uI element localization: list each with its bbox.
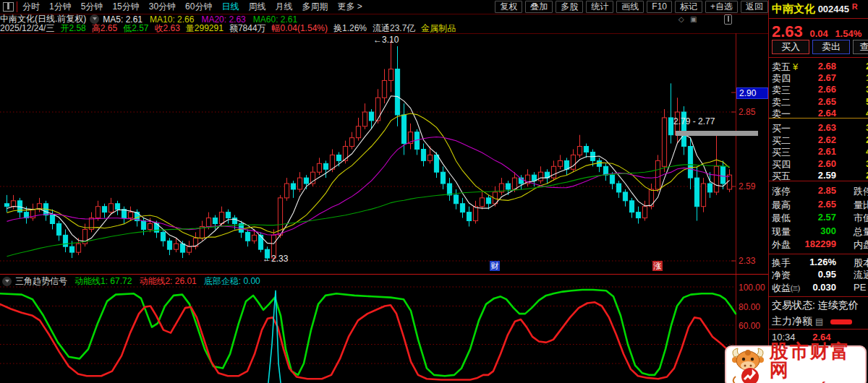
menu-item-分时[interactable]: 分时 [22,1,40,12]
candlestick-chart[interactable] [0,33,736,275]
trading-app-window: 分时1分钟5分钟15分钟30分钟60分钟日线周线月线多周期更多 > 复权叠加多股… [0,0,868,383]
indicator-legend: 动能线1: 67.72动能线2: 26.01底部企稳: 0.00 [75,275,268,288]
separator [769,329,868,330]
indicator-chart[interactable] [0,287,736,383]
menu-item-30分钟[interactable]: 30分钟 [149,1,176,12]
toolbar-button-多股[interactable]: 多股 [556,1,583,13]
price-axis-label: 2.33 [739,256,766,266]
price-change-pct: 1.54% [835,28,861,39]
price-axis-label: 2.85 [739,107,766,117]
split-window-icon[interactable] [3,2,14,12]
stock-name: 中南文化 [772,2,815,14]
indicator-axis-label: 80.00 [739,302,766,312]
separator [769,181,868,181]
indicator-axis-label: 60.00 [739,321,766,331]
stock-code: 002445 [818,4,849,14]
price-row: 2.63 0.04 1.54% [772,22,868,41]
menu-divider [17,1,17,12]
watermark-title: 股市财富网 [770,342,865,379]
indicator-value: 底部企稳: 0.00 [204,276,260,286]
sell-button[interactable]: 卖出 [812,40,850,54]
stat-row: 换手1.26%股本 [772,257,868,270]
bid-row[interactable]: 买四2.603 [772,158,868,171]
indicator-name[interactable]: 三角趋势信号 [15,275,67,288]
toolbar-button-统计[interactable]: 统计 [586,1,613,13]
mid-separator [769,118,868,119]
margin-tag: R [852,2,858,11]
main-net-bar [830,319,852,324]
stat-row: 净资0.95流通 [772,269,868,282]
main-net-label[interactable]: 主力净额 [772,315,812,327]
toolbar-button-F10[interactable]: F10 [647,1,672,13]
watermark-url: www.gscfw.com [770,379,865,383]
indicator-value: 动能线1: 67.72 [75,276,132,286]
detail-icon[interactable]: ▤ [815,317,823,327]
query-button[interactable]: 查 [853,40,868,54]
quote-panel: 中南文化 002445 R 2.63 0.04 1.54% 买入 卖出 查 卖五… [769,0,868,383]
page-icon[interactable] [724,14,732,25]
bull-logo-icon [729,346,767,383]
stat-row: 外盘182299内盘 [772,238,868,251]
menu-item-月线[interactable]: 月线 [275,1,292,12]
price-axis-label: 2.59 [739,181,766,192]
price-axis-label: 2.90 [736,87,768,99]
period-menu-items: 分时1分钟5分钟15分钟30分钟60分钟日线周线月线多周期更多 > [22,1,372,13]
separator [769,57,868,58]
ask-row[interactable]: 卖一2.644 [772,108,868,121]
ohlc-info-row: 2025/12/24/三开2.58高2.65低2.57收2.63量299291额… [0,24,461,33]
buy-button[interactable]: 买入 [772,40,809,54]
price-annotation: 2.79 - 2.77 [673,116,715,126]
menu-item-1分钟[interactable]: 1分钟 [49,1,72,12]
stat-row: 收益㈢0.030PE [772,282,868,295]
bid-row[interactable]: 买二2.622 [772,134,868,147]
price-axis-line [736,33,736,383]
toolbar-button-返回[interactable]: 返回 [741,1,768,13]
menu-item-更多 >[interactable]: 更多 > [337,1,362,12]
toolbar-button-复权[interactable]: 复权 [495,1,522,13]
separator [769,296,868,297]
menu-item-多周期[interactable]: 多周期 [302,1,328,12]
price-annotation: ←3.10 [373,35,399,45]
menu-item-60分钟[interactable]: 60分钟 [185,1,212,12]
toolbar-button-标记[interactable]: 标记 [675,1,702,13]
stock-header: 中南文化 002445 R [772,2,868,16]
toolbar-button-画线[interactable]: 画线 [616,1,644,13]
indicator-axis-label: 100.00 [739,283,766,293]
site-watermark: 股市财富网 www.gscfw.com [725,345,867,383]
separator [769,254,868,254]
bid-row[interactable]: 买三2.614 [772,146,868,159]
stat-row: 最高2.65量比 [772,199,868,212]
stat-row: 现量300总量 [772,225,868,238]
toolbar-button-叠加[interactable]: 叠加 [525,1,553,13]
menu-item-周线[interactable]: 周线 [248,1,265,12]
trade-status: 交易状态: 连续竞价 [772,299,868,312]
collapse-icon[interactable] [2,277,12,286]
toolbar-buttons: 复权叠加多股统计画线F10标记+自选返回 [492,1,768,13]
event-marker[interactable]: 涨 [652,261,663,271]
period-menubar: 分时1分钟5分钟15分钟30分钟60分钟日线周线月线多周期更多 > 复权叠加多股… [0,0,768,14]
menu-item-5分钟[interactable]: 5分钟 [81,1,103,12]
separator [769,18,868,19]
watermark-text: 股市财富网 www.gscfw.com [770,342,865,383]
toolbar-button-+自选[interactable]: +自选 [705,1,738,13]
last-price: 2.63 [772,22,803,40]
bid-row[interactable]: 买一2.633 [772,122,868,135]
diamond-icon[interactable]: ◇ [678,15,684,23]
price-annotation: ←2.33 [263,254,288,264]
menu-item-日线[interactable]: 日线 [221,1,239,12]
stat-row: 最低2.57市值 [772,212,868,225]
stat-row: 涨停2.85跌停 [772,185,868,198]
panel-layout-icon[interactable]: ▣ [690,15,697,23]
event-marker[interactable]: 财 [490,261,500,271]
price-change: 0.04 [809,28,827,39]
indicator-value: 动能线2: 26.01 [139,276,196,286]
main-net-row: 主力净额 ▤ [772,315,868,328]
indicator-header: 三角趋势信号 动能线1: 67.72动能线2: 26.01底部企稳: 0.00 [0,276,268,286]
menu-item-15分钟[interactable]: 15分钟 [112,1,139,12]
